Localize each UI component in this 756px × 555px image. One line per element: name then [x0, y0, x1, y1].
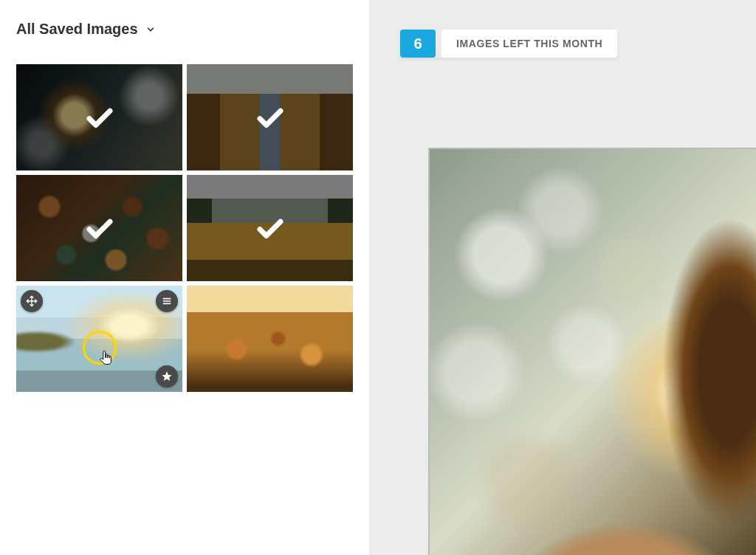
check-icon — [84, 213, 115, 244]
filter-dropdown-label: All Saved Images — [16, 21, 138, 38]
favorite-button[interactable] — [156, 365, 178, 387]
thumbnail-item[interactable] — [187, 286, 353, 392]
selected-overlay — [187, 64, 353, 170]
thumbnail-item[interactable] — [16, 175, 182, 281]
selected-overlay — [16, 175, 182, 281]
move-icon — [26, 295, 38, 307]
svg-marker-5 — [162, 371, 171, 381]
thumbnail-item[interactable] — [187, 175, 353, 281]
selected-overlay — [16, 64, 182, 170]
quota-indicator: 6 IMAGES LEFT THIS MONTH — [400, 30, 617, 58]
thumbnail-item[interactable] — [16, 64, 182, 170]
menu-button[interactable] — [156, 290, 178, 312]
preview-panel: 6 IMAGES LEFT THIS MONTH — [369, 0, 756, 555]
quota-label: IMAGES LEFT THIS MONTH — [441, 30, 617, 58]
preview-image-content — [430, 149, 756, 555]
pointer-cursor-icon — [97, 350, 115, 368]
selected-overlay — [187, 175, 353, 281]
image-preview[interactable] — [428, 148, 756, 555]
star-icon — [161, 370, 173, 382]
thumbnail-grid — [16, 64, 353, 392]
filter-dropdown[interactable]: All Saved Images — [16, 21, 156, 42]
thumbnail-item[interactable] — [187, 64, 353, 170]
check-icon — [255, 213, 286, 244]
quota-count: 6 — [400, 30, 436, 58]
check-icon — [84, 102, 115, 133]
chevron-down-icon — [145, 24, 156, 35]
thumbnail-item-hovered[interactable] — [16, 286, 182, 392]
move-button[interactable] — [21, 290, 43, 312]
saved-images-panel: All Saved Images — [0, 0, 369, 555]
menu-icon — [161, 295, 173, 307]
check-icon — [255, 102, 286, 133]
